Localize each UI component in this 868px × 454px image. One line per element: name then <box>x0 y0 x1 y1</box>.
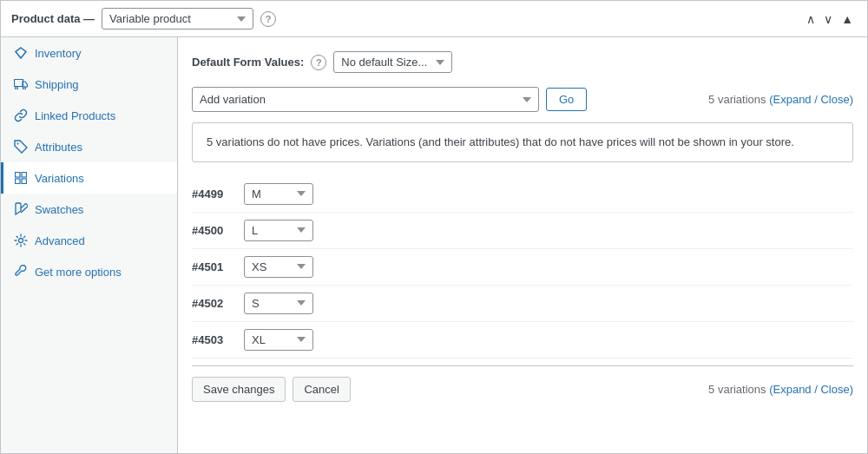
default-form-values-row: Default Form Values: ? No default Size..… <box>192 51 853 73</box>
sidebar-item-get-more-options[interactable]: Get more options <box>1 256 177 287</box>
table-row: #4503 XLMLXSS <box>192 322 853 359</box>
sidebar-item-swatches-label: Swatches <box>35 203 83 216</box>
sidebar-item-attributes[interactable]: Attributes <box>1 131 177 162</box>
main-content: Default Form Values: ? No default Size..… <box>178 37 867 453</box>
product-data-header: Product data — Variable product Simple p… <box>1 1 867 37</box>
sidebar-item-advanced[interactable]: Advanced <box>1 225 177 256</box>
variation-id-4500: #4500 <box>192 224 235 237</box>
sidebar-item-attributes-label: Attributes <box>35 141 82 154</box>
variation-id-4503: #4503 <box>192 333 235 346</box>
help-icon[interactable]: ? <box>260 11 276 27</box>
collapse-up-button[interactable]: ∧ <box>803 10 819 28</box>
default-form-help-icon[interactable]: ? <box>311 55 326 70</box>
svg-point-3 <box>17 143 19 145</box>
variation-id-4499: #4499 <box>192 188 235 201</box>
grid-icon <box>14 171 28 185</box>
sidebar-item-shipping[interactable]: Shipping <box>1 69 177 100</box>
sidebar: Inventory Shipping <box>1 37 178 453</box>
table-row: #4500 LMXSSXL <box>192 213 853 249</box>
product-data-title: Product data — <box>11 12 95 25</box>
svg-point-2 <box>23 87 26 89</box>
sidebar-item-inventory[interactable]: Inventory <box>1 37 177 69</box>
table-row: #4499 MLXSSXL <box>192 176 853 213</box>
sidebar-item-linked-products[interactable]: Linked Products <box>1 100 177 131</box>
variation-id-4502: #4502 <box>192 297 235 310</box>
product-data-panel: Product data — Variable product Simple p… <box>0 0 868 454</box>
truck-icon <box>14 77 28 91</box>
svg-rect-0 <box>15 80 23 87</box>
sidebar-item-variations[interactable]: Variations <box>1 162 177 194</box>
link-icon <box>14 109 28 122</box>
variation-select-4503[interactable]: XLMLXSS <box>244 329 313 351</box>
variations-count-bottom: 5 variations (Expand / Close) <box>708 383 853 396</box>
add-variation-select[interactable]: Add variation <box>192 87 539 112</box>
product-type-select[interactable]: Variable product Simple product Grouped … <box>102 8 253 30</box>
swatch-icon <box>14 202 28 216</box>
variations-list: #4499 MLXSSXL #4500 LMXSSXL #4501 XSMLSX… <box>192 176 853 359</box>
default-form-values-select[interactable]: No default Size... <box>333 51 452 73</box>
variation-id-4501: #4501 <box>192 260 235 273</box>
expand-close-top-link[interactable]: (Expand / Close) <box>769 93 853 106</box>
expand-close-bottom-link[interactable]: (Expand / Close) <box>769 383 853 396</box>
cancel-button[interactable]: Cancel <box>293 377 350 402</box>
warning-box: 5 variations do not have prices. Variati… <box>192 122 853 162</box>
product-data-body: Inventory Shipping <box>1 37 867 453</box>
tag-icon <box>14 140 28 154</box>
svg-rect-7 <box>22 179 27 184</box>
table-row: #4502 SMLXSXL <box>192 286 853 322</box>
go-button[interactable]: Go <box>546 88 587 111</box>
variation-select-4502[interactable]: SMLXSXL <box>244 293 313 314</box>
warning-text: 5 variations do not have prices. Variati… <box>207 135 794 148</box>
svg-rect-6 <box>16 179 21 184</box>
variation-select-4499[interactable]: MLXSSXL <box>244 183 313 205</box>
variation-select-4501[interactable]: XSMLSXL <box>244 256 313 278</box>
sidebar-item-swatches[interactable]: Swatches <box>1 194 177 225</box>
svg-point-1 <box>16 87 18 89</box>
save-changes-button[interactable]: Save changes <box>192 377 286 402</box>
svg-rect-5 <box>22 173 27 178</box>
sidebar-item-get-more-options-label: Get more options <box>35 266 122 279</box>
sidebar-item-advanced-label: Advanced <box>35 234 85 247</box>
variation-select-4500[interactable]: LMXSSXL <box>244 220 313 241</box>
table-row: #4501 XSMLSXL <box>192 249 853 286</box>
header-controls: ∧ ∨ ▲ <box>803 10 857 28</box>
collapse-toggle-button[interactable]: ▲ <box>838 10 857 28</box>
add-variation-row: Add variation Go 5 variations (Expand / … <box>192 87 853 112</box>
diamond-icon <box>14 46 28 60</box>
sidebar-item-linked-products-label: Linked Products <box>35 109 115 122</box>
footer-row: Save changes Cancel 5 variations (Expand… <box>192 365 853 402</box>
default-form-values-label: Default Form Values: <box>192 56 304 69</box>
sidebar-item-inventory-label: Inventory <box>35 47 81 60</box>
collapse-down-button[interactable]: ∨ <box>820 10 836 28</box>
sidebar-item-variations-label: Variations <box>35 172 84 185</box>
svg-rect-4 <box>16 173 21 178</box>
sidebar-item-shipping-label: Shipping <box>35 78 79 91</box>
gear-icon <box>14 234 28 247</box>
wrench-icon <box>14 265 28 279</box>
variations-count-top: 5 variations (Expand / Close) <box>708 93 853 106</box>
svg-point-8 <box>19 239 23 243</box>
